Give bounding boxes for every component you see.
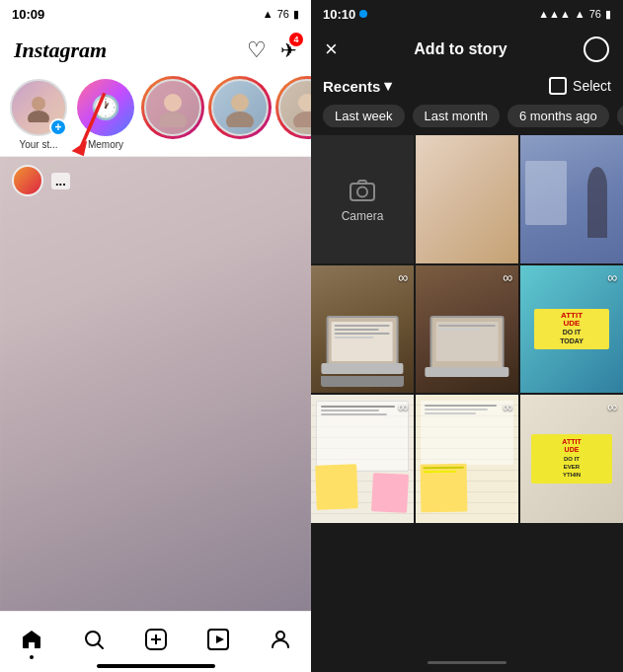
right-time-wrap: 10:10 (323, 7, 367, 22)
left-time: 10:09 (12, 7, 44, 22)
story-item-4[interactable] (211, 79, 269, 150)
nav-search[interactable] (82, 628, 106, 651)
photo-office-bg (520, 135, 623, 263)
sticky-note-yellow-2 (421, 464, 468, 513)
story-avatar-3 (144, 79, 201, 136)
photo-cell-laptop2[interactable]: ∞ (416, 265, 518, 394)
stories-row: + Your st... 🕐 Memory (0, 73, 311, 157)
settings-circle-button[interactable] (584, 37, 609, 62)
home-indicator-bar-left (97, 664, 215, 668)
photo-blur-bg (416, 135, 518, 263)
svg-point-6 (298, 94, 311, 112)
home-icon (20, 628, 43, 651)
right-battery-icon: ▮ (605, 8, 611, 21)
story-avatar-wrap-memory: 🕐 (77, 79, 134, 136)
story-avatar-wrap-4 (211, 79, 269, 136)
feed-area: ... (0, 157, 311, 611)
bottom-nav (0, 611, 311, 666)
story-item-memory[interactable]: 🕐 Memory (77, 79, 134, 150)
close-button[interactable]: × (325, 37, 338, 62)
svg-point-0 (32, 97, 45, 111)
photo-cell-laptop1[interactable]: ∞ (311, 265, 414, 394)
svg-marker-16 (216, 635, 224, 643)
camera-icon (349, 176, 376, 203)
header-icons: ♡ ✈ 4 (247, 37, 297, 63)
photo-cell-notes2[interactable]: ∞ (416, 395, 518, 523)
nav-home[interactable] (20, 628, 43, 651)
photo-cell-notes1[interactable]: ∞ (311, 395, 414, 523)
heart-icon[interactable]: ♡ (247, 37, 267, 63)
svg-point-4 (231, 94, 249, 112)
svg-point-2 (164, 94, 182, 112)
svg-point-3 (159, 112, 187, 127)
story-item-3[interactable] (144, 79, 201, 150)
photo-cell-book[interactable]: ATTITUDEDO ITTODAY ∞ (520, 265, 623, 394)
svg-point-7 (293, 112, 311, 127)
left-status-icons: ▲ 76 ▮ (263, 8, 299, 21)
infinity-badge-notes2: ∞ (503, 399, 512, 414)
infinity-badge-book: ∞ (607, 269, 617, 285)
sticky-note-pink (371, 473, 409, 513)
memory-icon: 🕐 (91, 94, 120, 121)
story-item-5[interactable] (278, 79, 311, 150)
svg-point-17 (276, 632, 284, 639)
left-header: Instagram ♡ ✈ 4 (0, 28, 311, 73)
laptop-screen (327, 316, 399, 367)
photo-grid: Camera (311, 135, 623, 652)
screen-shape (525, 161, 567, 225)
story-item-your-story[interactable]: + Your st... (10, 79, 67, 150)
add-icon (144, 628, 168, 651)
select-checkbox-icon (549, 77, 567, 95)
person-silhouette (587, 167, 608, 237)
photo-cell-blur[interactable] (416, 135, 518, 263)
recents-label-text: Recents (323, 78, 380, 95)
right-wifi-icon: ▲ (575, 8, 585, 20)
reels-icon (206, 628, 230, 651)
battery-bar: ▮ (293, 8, 299, 21)
battery-icon: 76 (277, 8, 289, 20)
infinity-badge-book2: ∞ (607, 399, 617, 414)
post-username: ... (51, 173, 70, 189)
laptop2-base (425, 367, 508, 377)
filter-6-months[interactable]: 6 months ago (507, 105, 609, 127)
nav-add[interactable] (144, 628, 168, 651)
post-header: ... (0, 157, 311, 204)
right-header: × Add to story (311, 28, 623, 71)
message-badge: 4 (289, 33, 303, 46)
feed-overlay: ... (0, 157, 311, 611)
filter-last-week[interactable]: Last week (323, 105, 405, 127)
right-signal-icon: ▲▲▲ (538, 8, 571, 20)
nav-reels[interactable] (206, 628, 230, 651)
camera-cell[interactable]: Camera (311, 135, 414, 263)
messages-icon-wrap[interactable]: ✈ 4 (280, 38, 297, 62)
post-avatar (12, 165, 43, 196)
home-bar-right (428, 661, 506, 664)
add-story-button[interactable]: + (49, 118, 67, 136)
paper-sheet-2 (421, 401, 513, 465)
infinity-badge-laptop1: ∞ (398, 269, 408, 285)
left-status-bar: 10:09 ▲ 76 ▮ (0, 0, 311, 28)
select-button[interactable]: Select (549, 77, 611, 95)
paper-sheet (316, 401, 409, 471)
infinity-badge-notes1: ∞ (398, 399, 408, 414)
profile-icon (269, 628, 292, 651)
svg-point-1 (28, 111, 49, 122)
time-filter-row: Last week Last month 6 months ago Last y… (311, 101, 623, 135)
right-panel: 10:10 ▲▲▲ ▲ 76 ▮ × Add to story Recents … (311, 0, 623, 672)
filter-last-year[interactable]: Last year (617, 105, 623, 127)
story-avatar-4 (211, 79, 269, 136)
filter-last-month[interactable]: Last month (413, 105, 500, 127)
home-active-dot (30, 655, 34, 659)
svg-point-5 (226, 112, 254, 127)
photo-cell-book2[interactable]: ATTITUDEDO ITEVERYTHIN ∞ (520, 395, 623, 523)
laptop2-screen (430, 316, 505, 369)
sticky-note-yellow (315, 465, 357, 511)
recents-dropdown[interactable]: Recents ▾ (323, 77, 392, 95)
nav-profile[interactable] (269, 628, 292, 651)
story-avatar-wrap-3 (144, 79, 201, 136)
photo-cell-office[interactable] (520, 135, 623, 263)
story-avatar-memory: 🕐 (77, 79, 134, 136)
blue-dot (359, 10, 367, 18)
right-battery: 76 (589, 8, 601, 20)
left-panel: 10:09 ▲ 76 ▮ Instagram ♡ ✈ 4 (0, 0, 311, 672)
